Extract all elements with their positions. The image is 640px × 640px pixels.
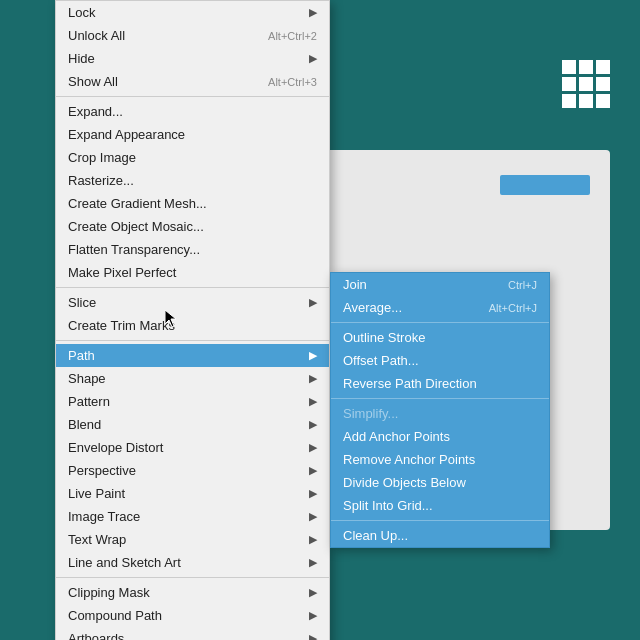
menu-item-envelope-distort[interactable]: Envelope Distort▶ (56, 436, 329, 459)
menu-item-arrow: ▶ (309, 632, 317, 640)
menu-item-label: Path (68, 348, 95, 363)
submenu-item-add-anchor-points[interactable]: Add Anchor Points (331, 425, 549, 448)
menu-item-hide[interactable]: Hide▶ (56, 47, 329, 70)
menu-item-label: Expand Appearance (68, 127, 185, 142)
menu-item-arrow: ▶ (309, 296, 317, 309)
menu-item-label: Live Paint (68, 486, 125, 501)
grid-icon-area (562, 60, 610, 108)
menu-item-crop-image[interactable]: Crop Image (56, 146, 329, 169)
grid-cell (562, 77, 576, 91)
menu-item-pattern[interactable]: Pattern▶ (56, 390, 329, 413)
grid-cell (596, 77, 610, 91)
menu-item-label: Text Wrap (68, 532, 126, 547)
menu-item-label: Line and Sketch Art (68, 555, 181, 570)
submenu-separator (331, 398, 549, 399)
cursor (165, 310, 177, 328)
menu-item-create-trim-marks[interactable]: Create Trim Marks (56, 314, 329, 337)
menu-item-make-pixel-perfect[interactable]: Make Pixel Perfect (56, 261, 329, 284)
menu-item-unlock-all[interactable]: Unlock AllAlt+Ctrl+2 (56, 24, 329, 47)
menu-item-artboards[interactable]: Artboards▶ (56, 627, 329, 640)
menu-item-arrow: ▶ (309, 556, 317, 569)
context-menu: Lock▶Unlock AllAlt+Ctrl+2Hide▶Show AllAl… (55, 0, 330, 640)
menu-item-label: Envelope Distort (68, 440, 163, 455)
menu-item-shortcut: Alt+Ctrl+3 (268, 76, 317, 88)
menu-item-slice[interactable]: Slice▶ (56, 291, 329, 314)
menu-item-blend[interactable]: Blend▶ (56, 413, 329, 436)
grid-cell (596, 94, 610, 108)
menu-item-arrow: ▶ (309, 395, 317, 408)
grid-icon (562, 60, 610, 108)
submenu-item-average---[interactable]: Average...Alt+Ctrl+J (331, 296, 549, 319)
menu-item-arrow: ▶ (309, 349, 317, 362)
menu-separator (56, 287, 329, 288)
menu-item-arrow: ▶ (309, 464, 317, 477)
menu-item-label: Unlock All (68, 28, 125, 43)
submenu-item-label: Add Anchor Points (343, 429, 450, 444)
menu-item-arrow: ▶ (309, 418, 317, 431)
menu-item-show-all[interactable]: Show AllAlt+Ctrl+3 (56, 70, 329, 93)
submenu-item-label: Outline Stroke (343, 330, 425, 345)
menu-item-flatten-transparency---[interactable]: Flatten Transparency... (56, 238, 329, 261)
menu-separator (56, 577, 329, 578)
menu-item-text-wrap[interactable]: Text Wrap▶ (56, 528, 329, 551)
svg-marker-0 (165, 310, 176, 327)
menu-item-arrow: ▶ (309, 487, 317, 500)
submenu-item-shortcut: Alt+Ctrl+J (489, 302, 537, 314)
menu-item-arrow: ▶ (309, 586, 317, 599)
submenu-item-split-into-grid---[interactable]: Split Into Grid... (331, 494, 549, 517)
submenu-item-clean-up---[interactable]: Clean Up... (331, 524, 549, 547)
menu-item-label: Artboards (68, 631, 124, 640)
menu-item-shortcut: Alt+Ctrl+2 (268, 30, 317, 42)
submenu-item-label: Join (343, 277, 367, 292)
menu-item-arrow: ▶ (309, 6, 317, 19)
menu-item-shape[interactable]: Shape▶ (56, 367, 329, 390)
menu-item-label: Expand... (68, 104, 123, 119)
submenu-item-reverse-path-direction[interactable]: Reverse Path Direction (331, 372, 549, 395)
menu-item-arrow: ▶ (309, 441, 317, 454)
canvas-blue-bar (500, 175, 590, 195)
menu-item-arrow: ▶ (309, 372, 317, 385)
menu-item-label: Create Trim Marks (68, 318, 175, 333)
menu-item-rasterize---[interactable]: Rasterize... (56, 169, 329, 192)
menu-item-live-paint[interactable]: Live Paint▶ (56, 482, 329, 505)
submenu-item-label: Clean Up... (343, 528, 408, 543)
submenu-separator (331, 322, 549, 323)
menu-item-label: Image Trace (68, 509, 140, 524)
submenu-item-divide-objects-below[interactable]: Divide Objects Below (331, 471, 549, 494)
menu-item-line-and-sketch-art[interactable]: Line and Sketch Art▶ (56, 551, 329, 574)
submenu-item-remove-anchor-points[interactable]: Remove Anchor Points (331, 448, 549, 471)
menu-item-clipping-mask[interactable]: Clipping Mask▶ (56, 581, 329, 604)
menu-item-label: Rasterize... (68, 173, 134, 188)
menu-item-expand---[interactable]: Expand... (56, 100, 329, 123)
menu-item-label: Create Gradient Mesh... (68, 196, 207, 211)
menu-item-compound-path[interactable]: Compound Path▶ (56, 604, 329, 627)
menu-item-arrow: ▶ (309, 609, 317, 622)
submenu-item-offset-path---[interactable]: Offset Path... (331, 349, 549, 372)
menu-item-label: Crop Image (68, 150, 136, 165)
menu-item-label: Slice (68, 295, 96, 310)
menu-item-create-object-mosaic---[interactable]: Create Object Mosaic... (56, 215, 329, 238)
menu-item-label: Clipping Mask (68, 585, 150, 600)
menu-item-label: Shape (68, 371, 106, 386)
menu-item-perspective[interactable]: Perspective▶ (56, 459, 329, 482)
menu-item-create-gradient-mesh---[interactable]: Create Gradient Mesh... (56, 192, 329, 215)
menu-item-arrow: ▶ (309, 510, 317, 523)
path-submenu: JoinCtrl+JAverage...Alt+Ctrl+JOutline St… (330, 272, 550, 548)
submenu-item-join[interactable]: JoinCtrl+J (331, 273, 549, 296)
menu-item-label: Make Pixel Perfect (68, 265, 176, 280)
submenu-item-outline-stroke[interactable]: Outline Stroke (331, 326, 549, 349)
menu-item-label: Pattern (68, 394, 110, 409)
submenu-item-label: Average... (343, 300, 402, 315)
submenu-item-simplify---[interactable]: Simplify... (331, 402, 549, 425)
menu-item-label: Flatten Transparency... (68, 242, 200, 257)
grid-cell (579, 60, 593, 74)
menu-item-image-trace[interactable]: Image Trace▶ (56, 505, 329, 528)
submenu-item-label: Reverse Path Direction (343, 376, 477, 391)
submenu-item-label: Remove Anchor Points (343, 452, 475, 467)
menu-item-label: Blend (68, 417, 101, 432)
menu-item-expand-appearance[interactable]: Expand Appearance (56, 123, 329, 146)
submenu-item-label: Offset Path... (343, 353, 419, 368)
menu-item-path[interactable]: Path▶ (56, 344, 329, 367)
submenu-item-label: Split Into Grid... (343, 498, 433, 513)
menu-item-lock[interactable]: Lock▶ (56, 1, 329, 24)
